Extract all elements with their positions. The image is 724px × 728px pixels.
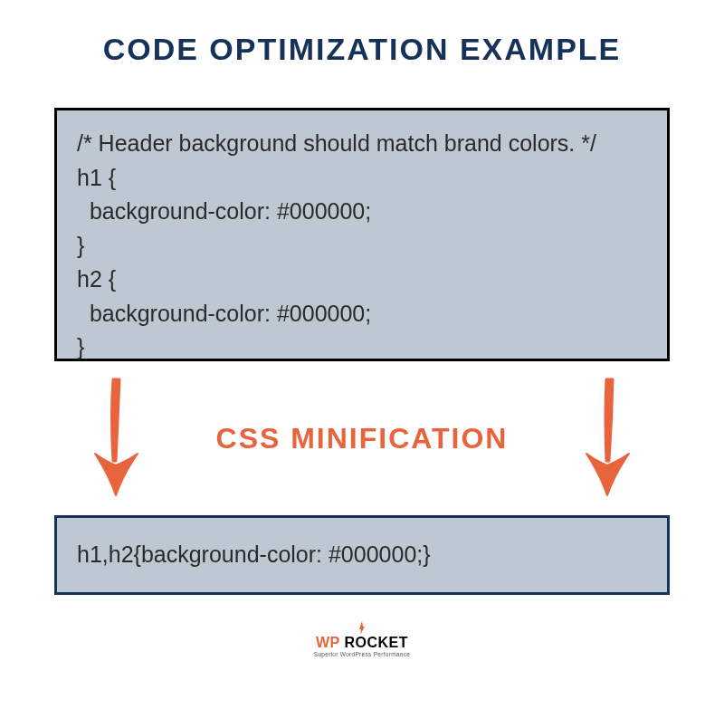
wp-rocket-logo: WP ROCKET Superior WordPress Performance	[314, 620, 410, 657]
logo-part-wp: WP	[316, 635, 339, 650]
page-title: CODE OPTIMIZATION EXAMPLE	[103, 32, 622, 67]
arrow-down-icon-left	[81, 370, 154, 506]
code-before-box: /* Header background should match brand …	[54, 108, 670, 361]
middle-section: CSS MINIFICATION	[54, 361, 670, 515]
code-after-box: h1,h2{background-color: #000000;}	[54, 515, 670, 595]
logo-part-rocket: ROCKET	[339, 635, 408, 650]
logo-tagline: Superior WordPress Performance	[314, 651, 410, 657]
minification-label: CSS MINIFICATION	[216, 422, 509, 455]
logo-text: WP ROCKET	[316, 635, 408, 651]
arrow-down-icon-right	[570, 370, 643, 506]
